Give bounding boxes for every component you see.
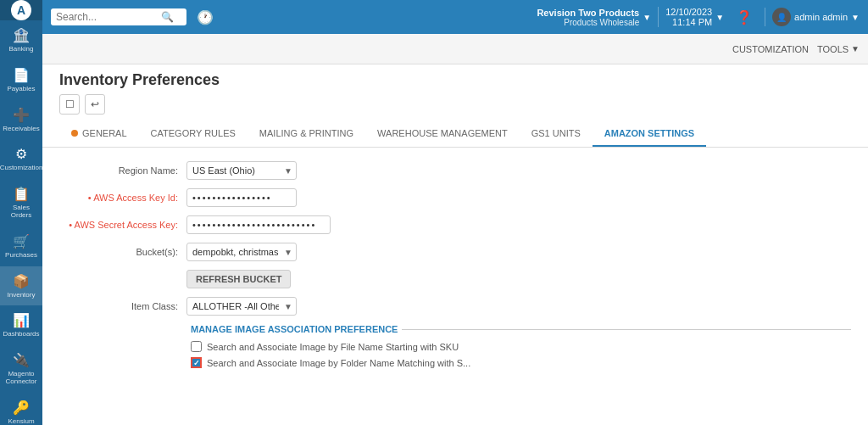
logo-icon: A xyxy=(11,0,31,20)
checkbox-action-btn[interactable]: ☐ xyxy=(59,94,80,115)
search-icon: 🔍 xyxy=(161,11,174,23)
magento-connector-icon: 🔌 xyxy=(13,352,30,368)
payables-icon: 📄 xyxy=(13,67,30,83)
region-name-label: Region Name: xyxy=(59,165,178,176)
help-icon[interactable]: ❓ xyxy=(731,9,758,25)
buckets-select[interactable]: dempobkt, christmasd, dem... xyxy=(186,243,297,261)
company-info[interactable]: Revision Two Products Products Wholesale… xyxy=(537,8,651,27)
aws-secret-key-group: • AWS Secret Access Key: xyxy=(59,215,851,234)
item-class-group: Item Class: ALLOTHER -All Others, BA... … xyxy=(59,297,851,316)
region-name-select-wrapper[interactable]: US East (Ohio) ▼ xyxy=(186,161,297,180)
checkbox2-row: Search and Associate Image by Folder Nam… xyxy=(59,357,851,368)
aws-access-key-control xyxy=(186,188,297,207)
sidebar-item-magento-connector[interactable]: 🔌 Magento Connector xyxy=(0,345,42,393)
sidebar-item-inventory[interactable]: 📦 Inventory xyxy=(0,266,42,306)
item-class-select[interactable]: ALLOTHER -All Others, BA... xyxy=(186,297,297,316)
company-sub: Products Wholesale xyxy=(537,18,639,27)
sidebar-item-sales-orders[interactable]: 📋 Sales Orders xyxy=(0,179,42,226)
secondary-toolbar: CUSTOMIZATION TOOLS ▼ xyxy=(42,34,868,64)
search-box[interactable]: 🔍 xyxy=(51,8,186,25)
sidebar-item-label: Kensium License xyxy=(2,418,41,425)
aws-access-key-group: • AWS Access Key Id: xyxy=(59,188,851,207)
sidebar-item-kensium-license[interactable]: 🔑 Kensium License xyxy=(0,393,42,425)
item-class-control: ALLOTHER -All Others, BA... ▼ xyxy=(186,297,297,316)
tools-link[interactable]: TOOLS ▼ xyxy=(817,44,860,54)
undo-btn[interactable]: ↩ xyxy=(85,94,105,115)
sidebar-item-label: Payables xyxy=(8,86,36,93)
sidebar-item-label: Purchases xyxy=(5,252,37,260)
page-header: Inventory Preferences ☐ ↩ GENERAL CATEGO… xyxy=(42,64,868,148)
customization-link[interactable]: CUSTOMIZATION xyxy=(732,44,809,54)
sidebar-item-label: Receivables xyxy=(3,126,40,133)
tab-category-rules[interactable]: CATEGORY RULES xyxy=(139,121,248,147)
user-info[interactable]: 👤 admin admin ▼ xyxy=(765,8,860,26)
aws-secret-key-input[interactable] xyxy=(186,215,331,234)
checkbox1-label: Search and Associate Image by File Name … xyxy=(207,342,459,352)
history-icon[interactable]: 🕐 xyxy=(193,6,217,29)
aws-secret-key-label: • AWS Secret Access Key: xyxy=(59,220,178,230)
region-name-select[interactable]: US East (Ohio) xyxy=(186,161,297,180)
tools-dropdown-icon: ▼ xyxy=(851,44,860,53)
region-name-control: US East (Ohio) ▼ xyxy=(186,161,297,180)
buckets-select-wrapper[interactable]: dempobkt, christmasd, dem... ▼ xyxy=(186,243,297,261)
tab-amazon-settings[interactable]: AMAZON SETTINGS xyxy=(593,121,706,147)
manage-section-title: MANAGE IMAGE ASSOCIATION PREFERENCE xyxy=(191,324,398,334)
company-info-text: Revision Two Products Products Wholesale xyxy=(537,8,639,27)
username-label: admin admin xyxy=(794,12,848,22)
sidebar-item-banking[interactable]: 🏦 Banking xyxy=(0,20,42,60)
tab-mailing-printing[interactable]: MAILING & PRINTING xyxy=(248,121,365,147)
banking-icon: 🏦 xyxy=(13,27,30,43)
item-class-label: Item Class: xyxy=(59,301,178,311)
sidebar-item-purchases[interactable]: 🛒 Purchases xyxy=(0,226,42,266)
datetime-text: 12/10/2023 11:14 PM xyxy=(665,7,712,27)
sidebar: A 🏦 Banking 📄 Payables ➕ Receivables ⚙ C… xyxy=(0,0,42,425)
topbar: 🔍 🕐 Revision Two Products Products Whole… xyxy=(42,0,868,34)
form-content: Region Name: US East (Ohio) ▼ • AWS Acce… xyxy=(42,148,868,425)
aws-secret-key-control xyxy=(186,215,331,234)
main-area: 🔍 🕐 Revision Two Products Products Whole… xyxy=(42,0,868,425)
sidebar-item-label: Dashboards xyxy=(3,331,39,338)
checkbox2-label: Search and Associate Image by Folder Nam… xyxy=(207,358,470,368)
company-dropdown-icon: ▼ xyxy=(643,13,651,22)
tabs: GENERAL CATEGORY RULES MAILING & PRINTIN… xyxy=(59,121,851,147)
checkbox1-row: Search and Associate Image by File Name … xyxy=(59,341,851,352)
sidebar-item-label: Sales Orders xyxy=(2,204,41,220)
sidebar-item-label: Magento Connector xyxy=(2,371,41,386)
general-dot xyxy=(71,130,78,137)
tab-gs1-units[interactable]: GS1 UNITS xyxy=(520,121,593,147)
manage-section-divider xyxy=(402,329,851,330)
customization-icon: ⚙ xyxy=(15,146,27,162)
receivables-icon: ➕ xyxy=(13,107,30,123)
content-wrapper: CUSTOMIZATION TOOLS ▼ Inventory Preferen… xyxy=(42,34,868,425)
sidebar-logo[interactable]: A xyxy=(0,0,42,20)
tab-general[interactable]: GENERAL xyxy=(59,121,139,147)
datetime-dropdown-icon: ▼ xyxy=(715,13,724,22)
aws-access-key-label: • AWS Access Key Id: xyxy=(59,193,178,203)
refresh-bucket-group: REFRESH BUCKET xyxy=(59,270,851,288)
sidebar-item-dashboards[interactable]: 📊 Dashboards xyxy=(0,305,42,345)
checkbox1[interactable] xyxy=(191,341,202,352)
buckets-label: Bucket(s): xyxy=(59,247,178,257)
search-input[interactable] xyxy=(56,11,158,23)
user-dropdown-icon: ▼ xyxy=(851,13,860,22)
sidebar-item-label: Customization xyxy=(0,165,42,172)
time-value: 11:14 PM xyxy=(665,17,712,27)
datetime-info[interactable]: 12/10/2023 11:14 PM ▼ xyxy=(658,7,724,27)
purchases-icon: 🛒 xyxy=(13,233,30,249)
checkbox2[interactable] xyxy=(191,357,202,368)
buckets-control: dempobkt, christmasd, dem... ▼ xyxy=(186,243,297,261)
date-value: 12/10/2023 xyxy=(665,7,712,17)
sales-orders-icon: 📋 xyxy=(13,186,30,202)
kensium-license-icon: 🔑 xyxy=(13,400,30,416)
sidebar-item-receivables[interactable]: ➕ Receivables xyxy=(0,100,42,140)
manage-section: MANAGE IMAGE ASSOCIATION PREFERENCE xyxy=(191,324,851,334)
sidebar-item-customization[interactable]: ⚙ Customization xyxy=(0,139,42,179)
tab-warehouse-management[interactable]: WAREHOUSE MANAGEMENT xyxy=(365,121,520,147)
item-class-select-wrapper[interactable]: ALLOTHER -All Others, BA... ▼ xyxy=(186,297,297,316)
aws-access-key-input[interactable] xyxy=(186,188,297,207)
sidebar-item-payables[interactable]: 📄 Payables xyxy=(0,60,42,100)
refresh-bucket-button[interactable]: REFRESH BUCKET xyxy=(186,270,291,288)
dashboards-icon: 📊 xyxy=(13,312,30,328)
buckets-group: Bucket(s): dempobkt, christmasd, dem... … xyxy=(59,243,851,261)
sidebar-item-label: Inventory xyxy=(8,292,36,299)
